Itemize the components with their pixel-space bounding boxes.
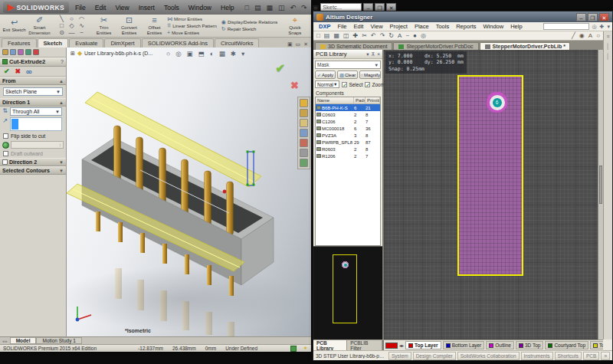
toolbar-icon[interactable]: ~ — [405, 32, 409, 39]
toolbar-button[interactable]: ↻Repair Sketch — [221, 26, 277, 32]
tab-evaluate[interactable]: Evaluate — [69, 38, 103, 48]
toolbar-icon[interactable]: ✂ — [362, 32, 367, 39]
quick-tool-icon[interactable]: ▣ — [313, 4, 320, 11]
sketch-tool-icon[interactable]: ╲ — [57, 15, 67, 22]
section-from[interactable]: From▲ — [0, 77, 66, 85]
layer-tab[interactable]: Bottom Layer — [443, 341, 485, 349]
panel-button[interactable]: ○Magnify — [359, 71, 381, 79]
draft-outward-checkbox[interactable]: Draft outward — [0, 149, 66, 158]
sketch-tool-icon[interactable]: ~ — [77, 29, 87, 36]
component-row[interactable]: R1206 2 7 — [316, 152, 380, 159]
draft-icon[interactable] — [2, 142, 9, 149]
checkbox-icon[interactable] — [2, 159, 8, 165]
toolbar-button[interactable]: ≡Offset Entities — [142, 16, 167, 35]
editor-vertical-scrollbar[interactable] — [598, 50, 603, 339]
column-name[interactable]: Name — [316, 97, 354, 103]
sketch-tool-icon[interactable]: ⊙ — [57, 29, 67, 36]
component-row[interactable]: R0603 2 8 — [316, 146, 380, 152]
toolbar-button[interactable]: ↩Exit Sketch — [2, 18, 27, 32]
toolbar-icon[interactable]: ↷ — [380, 32, 385, 39]
toolbar-icon[interactable]: A — [398, 32, 402, 39]
tab-scroll-icons[interactable]: «» — [0, 339, 10, 343]
global-search-input[interactable] — [543, 23, 589, 30]
tree-tab-icon[interactable] — [2, 49, 8, 55]
view-tool-icon[interactable]: ✱ — [231, 50, 236, 57]
quick-tool-icon[interactable]: ↶ — [290, 4, 296, 11]
task-pane-icon[interactable] — [300, 109, 308, 117]
draw-tool-icon[interactable]: ○ — [596, 32, 600, 39]
menu-help[interactable]: Help — [507, 22, 525, 31]
accept-button[interactable]: ✔ — [4, 67, 10, 75]
task-pane-icon[interactable] — [300, 129, 308, 137]
task-pane-icon[interactable] — [300, 159, 308, 167]
menu-reports[interactable]: Reports — [453, 22, 479, 31]
tab-sketch[interactable]: Sketch — [38, 38, 69, 48]
doc-tab-pcbdoc[interactable]: StepperMotorDriver.PcbDoc — [393, 42, 478, 50]
view-tool-icon[interactable]: ▣ — [187, 50, 193, 57]
quick-tool-icon[interactable]: ▦ — [266, 4, 273, 11]
tab-circuitworks[interactable]: CircuitWorks — [215, 38, 259, 48]
layer-tab[interactable]: Courtyard Top — [545, 341, 588, 349]
zoom-checkbox[interactable]: ✓Zoom — [365, 82, 385, 87]
panel-button[interactable]: ✓Apply — [315, 71, 336, 79]
tree-tab-icon[interactable] — [10, 49, 16, 55]
tab-pcb-library[interactable]: PCB Library — [313, 340, 347, 350]
scrollbar-thumb[interactable] — [599, 166, 602, 204]
tree-tab-icon[interactable] — [25, 49, 31, 55]
minimize-doc-icon[interactable]: ▭ — [296, 41, 301, 48]
quick-tool-icon[interactable]: ↷ — [301, 4, 307, 11]
toolbar-icon[interactable]: ↻ — [388, 32, 394, 39]
toolbar-button[interactable]: ⊡Convert Entities — [116, 16, 142, 35]
footprint-preview[interactable] — [313, 246, 382, 339]
menu-item[interactable]: Help — [216, 2, 238, 13]
tab-dimxpert[interactable]: DimXpert — [104, 38, 140, 48]
layer-tab[interactable]: Top C — [590, 341, 603, 349]
layer-tab[interactable]: Outline — [486, 341, 514, 349]
menu-view[interactable]: View — [367, 22, 385, 31]
status-bar-button[interactable]: PCB — [583, 352, 599, 360]
minimize-button[interactable]: – — [576, 13, 586, 21]
mask-dropdown[interactable]: Mask▼ — [315, 61, 381, 69]
toolbar-button[interactable]: ✂Trim Entities — [91, 16, 116, 35]
close-panel-icon[interactable]: × — [377, 51, 380, 57]
panel-button[interactable]: ▨Clear — [337, 71, 358, 79]
quick-tool-icon[interactable]: ◫ — [278, 4, 285, 11]
status-bar-button[interactable]: Instruments — [521, 352, 553, 360]
menu-window[interactable]: Window — [480, 22, 506, 31]
cancel-button[interactable]: ✖ — [15, 67, 21, 75]
view-tool-icon[interactable]: ◎ — [175, 50, 181, 57]
menu-file[interactable]: File — [334, 22, 349, 31]
draw-tool-icon[interactable]: A — [588, 32, 592, 39]
toolbar-icon[interactable]: ▤ — [324, 32, 330, 39]
depth-input[interactable] — [10, 117, 62, 131]
flip-side-checkbox[interactable]: Flip side to cut — [0, 132, 66, 140]
component-row[interactable]: PVZ3A 3 8 — [316, 132, 380, 139]
menu-place[interactable]: Place — [411, 22, 432, 31]
sketch-tool-icon[interactable]: □ — [57, 22, 67, 29]
close-doc-icon[interactable]: ✕ — [303, 41, 308, 48]
status-bar-button[interactable]: Shortcuts — [555, 352, 582, 360]
menu-item[interactable]: View — [110, 2, 133, 13]
tab-motion-study[interactable]: Motion Study 1 — [36, 337, 81, 344]
section-direction2[interactable]: Direction 2▼ — [0, 158, 66, 166]
layer-tab[interactable]: Top Layer — [405, 341, 441, 349]
layer-tab[interactable]: 3D Top — [516, 341, 543, 349]
toolbar-icon[interactable]: ↶ — [371, 32, 376, 39]
menu-item[interactable]: Window — [184, 2, 216, 13]
tab-pcblib-filter[interactable]: PCBLIB Filter — [347, 340, 382, 350]
tree-tab-icon[interactable] — [18, 49, 24, 55]
3d-model[interactable] — [67, 69, 310, 336]
section-direction1[interactable]: Direction 1▲ — [0, 98, 66, 107]
component-row[interactable]: B6B-PH-K-S 6 21 — [316, 104, 380, 111]
pad[interactable]: 6 — [487, 92, 507, 113]
pcb-editor-canvas[interactable]: x: 7.000 dx: 5.250 mm y: 0.000 dy: 26.25… — [384, 50, 603, 339]
view-mode-dropdown[interactable]: Normal▼ — [315, 80, 339, 88]
component-row[interactable]: C0603 2 8 — [316, 111, 380, 118]
menu-item[interactable]: File — [70, 2, 90, 13]
component-row[interactable]: PWRPB_SPL8 29 87 — [316, 139, 380, 146]
reverse-direction-icon[interactable]: ⇅ — [2, 107, 8, 114]
component-row[interactable]: MC000018 6 36 — [316, 125, 380, 132]
nav-forward-icon[interactable]: ▾ — [607, 24, 610, 30]
help-icon[interactable]: ? — [61, 59, 64, 64]
sketch-tool-icon[interactable]: — — [67, 29, 77, 36]
